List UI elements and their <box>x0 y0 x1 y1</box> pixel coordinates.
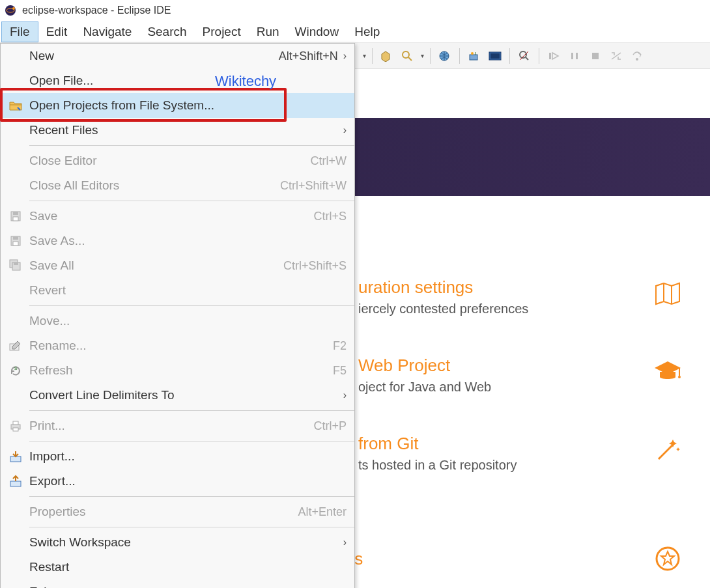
menubar: File Edit Navigate Search Project Run Wi… <box>0 21 710 43</box>
menu-item-properties: PropertiesAlt+Enter <box>1 499 354 524</box>
menu-project[interactable]: Project <box>195 22 249 42</box>
menu-item-close-all-editors: Close All EditorsCtrl+Shift+W <box>1 173 354 198</box>
svg-line-4 <box>408 57 412 61</box>
menu-item-label: Close Editor <box>29 154 311 168</box>
menu-item-label: Convert Line Delimiters To <box>29 388 338 402</box>
svg-rect-23 <box>13 212 18 215</box>
menu-item-label: Close All Editors <box>29 178 280 193</box>
menu-item-label: Print... <box>29 419 313 433</box>
menu-item-label: Export... <box>29 474 347 488</box>
menu-window[interactable]: Window <box>287 22 347 42</box>
menu-item-new[interactable]: NewAlt+Shift+N› <box>1 44 354 68</box>
open-type-icon[interactable] <box>378 47 396 65</box>
search-tool-icon[interactable] <box>399 47 417 65</box>
menu-item-switch-workspace[interactable]: Switch Workspace› <box>1 530 354 555</box>
step-into-icon[interactable] <box>628 47 646 65</box>
menu-item-revert: Revert <box>1 278 354 303</box>
menu-item-open-file[interactable]: Open File... <box>1 68 354 93</box>
resume-icon[interactable] <box>545 47 563 65</box>
svg-rect-13 <box>549 53 551 59</box>
menu-help[interactable]: Help <box>347 22 388 42</box>
welcome-item-title: from Git <box>358 434 684 454</box>
welcome-item[interactable]: Web Project oject for Java and Web <box>358 356 684 395</box>
welcome-item[interactable]: from Git ts hosted in a Git repository <box>358 434 684 473</box>
menu-item-label: Save As... <box>29 234 347 248</box>
magic-wand-icon <box>651 434 684 466</box>
menu-item-label: Refresh <box>29 363 333 378</box>
menu-item-exit[interactable]: Exit <box>1 580 354 588</box>
new-server-icon[interactable] <box>465 47 483 65</box>
menu-edit[interactable]: Edit <box>38 22 76 42</box>
star-icon[interactable] <box>651 542 684 575</box>
menu-item-close-editor: Close EditorCtrl+W <box>1 148 354 173</box>
menu-item-shortcut: Alt+Enter <box>298 505 347 519</box>
svg-text:$: $ <box>14 365 18 371</box>
menu-item-label: Properties <box>29 505 298 519</box>
folder-icon <box>6 98 25 113</box>
svg-rect-35 <box>13 428 18 431</box>
menu-item-label: New <box>29 49 279 63</box>
svg-point-17 <box>636 58 638 61</box>
menu-item-open-projects-from-file-system[interactable]: Open Projects from File System... <box>1 93 354 118</box>
svg-point-3 <box>403 51 409 58</box>
menu-item-export[interactable]: Export... <box>1 469 354 494</box>
toolbar-dropdown-icon[interactable]: ▾ <box>419 47 425 65</box>
welcome-item-desc: iercely contested preferences <box>358 301 684 316</box>
menu-run[interactable]: Run <box>249 22 287 42</box>
blank-icon <box>6 313 25 329</box>
svg-rect-27 <box>13 242 18 245</box>
eclipse-logo-icon <box>4 4 17 17</box>
menu-search[interactable]: Search <box>139 22 194 42</box>
terminate-icon[interactable] <box>586 47 604 65</box>
menu-file[interactable]: File <box>1 21 38 42</box>
disconnect-icon[interactable] <box>607 47 625 65</box>
floppy-icon <box>6 233 25 249</box>
toolbar-dropdown-icon[interactable]: ▾ <box>362 47 367 65</box>
menu-item-convert-line-delimiters-to[interactable]: Convert Line Delimiters To› <box>1 383 354 408</box>
menu-item-label: Switch Workspace <box>29 535 338 550</box>
menu-separator <box>29 201 354 201</box>
svg-rect-6 <box>470 55 477 60</box>
menu-item-refresh: $RefreshF5 <box>1 358 354 383</box>
graduation-cap-icon <box>651 356 684 388</box>
floppy-multi-icon <box>6 258 25 273</box>
menu-item-restart[interactable]: Restart <box>1 555 354 580</box>
menu-navigate[interactable]: Navigate <box>75 22 139 42</box>
blank-icon <box>6 584 25 588</box>
suspend-icon[interactable] <box>565 47 584 65</box>
menu-item-label: Rename... <box>29 339 333 353</box>
blank-icon <box>6 73 25 89</box>
menu-item-import[interactable]: Import... <box>1 444 354 469</box>
menu-item-print: Print...Ctrl+P <box>1 413 354 438</box>
submenu-arrow-icon: › <box>343 124 347 136</box>
menu-item-recent-files[interactable]: Recent Files› <box>1 118 354 143</box>
submenu-arrow-icon: › <box>343 50 347 62</box>
blank-icon <box>6 387 25 403</box>
menu-item-label: Save <box>29 209 313 223</box>
refresh-icon: $ <box>6 363 25 378</box>
blank-icon <box>6 504 25 520</box>
svg-rect-15 <box>576 53 578 59</box>
menu-item-shortcut: Ctrl+S <box>313 210 347 223</box>
browser-icon[interactable] <box>436 47 454 65</box>
pin-editor-icon[interactable] <box>515 47 533 65</box>
svg-point-18 <box>678 376 681 378</box>
menu-item-shortcut: Ctrl+W <box>311 154 347 168</box>
menu-item-shortcut: F5 <box>333 364 347 378</box>
terminal-icon[interactable] <box>486 47 504 65</box>
menu-item-shortcut: F2 <box>333 339 347 353</box>
welcome-item-title: uration settings <box>358 277 684 298</box>
blank-icon <box>6 122 25 138</box>
floppy-icon <box>6 208 25 224</box>
blank-icon <box>6 559 25 575</box>
svg-rect-34 <box>13 421 18 425</box>
export-icon <box>6 473 25 489</box>
welcome-item[interactable]: uration settings iercely contested prefe… <box>358 277 684 316</box>
print-icon <box>6 418 25 434</box>
svg-rect-37 <box>10 481 21 486</box>
map-icon <box>651 277 684 310</box>
svg-line-11 <box>526 57 528 60</box>
svg-rect-24 <box>13 217 18 221</box>
menu-separator <box>29 496 354 497</box>
menu-item-label: Move... <box>29 314 347 328</box>
